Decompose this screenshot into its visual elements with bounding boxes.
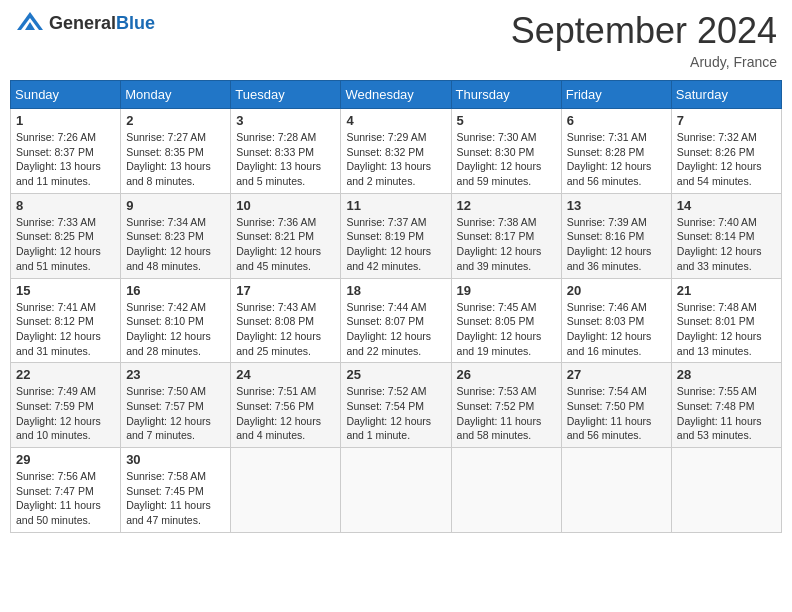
calendar-cell: 14 Sunrise: 7:40 AM Sunset: 8:14 PM Dayl… <box>671 193 781 278</box>
calendar-cell: 8 Sunrise: 7:33 AM Sunset: 8:25 PM Dayli… <box>11 193 121 278</box>
calendar-cell: 3 Sunrise: 7:28 AM Sunset: 8:33 PM Dayli… <box>231 109 341 194</box>
calendar-cell: 28 Sunrise: 7:55 AM Sunset: 7:48 PM Dayl… <box>671 363 781 448</box>
day-info: Sunrise: 7:55 AM Sunset: 7:48 PM Dayligh… <box>677 384 776 443</box>
calendar-cell: 24 Sunrise: 7:51 AM Sunset: 7:56 PM Dayl… <box>231 363 341 448</box>
day-number: 27 <box>567 367 666 382</box>
day-number: 20 <box>567 283 666 298</box>
weekday-header-thursday: Thursday <box>451 81 561 109</box>
weekday-header-wednesday: Wednesday <box>341 81 451 109</box>
day-info: Sunrise: 7:26 AM Sunset: 8:37 PM Dayligh… <box>16 130 115 189</box>
calendar-cell: 13 Sunrise: 7:39 AM Sunset: 8:16 PM Dayl… <box>561 193 671 278</box>
day-number: 17 <box>236 283 335 298</box>
calendar-cell: 7 Sunrise: 7:32 AM Sunset: 8:26 PM Dayli… <box>671 109 781 194</box>
day-number: 12 <box>457 198 556 213</box>
calendar-cell: 20 Sunrise: 7:46 AM Sunset: 8:03 PM Dayl… <box>561 278 671 363</box>
month-title: September 2024 <box>511 10 777 52</box>
logo-general-text: General <box>49 13 116 33</box>
day-info: Sunrise: 7:51 AM Sunset: 7:56 PM Dayligh… <box>236 384 335 443</box>
weekday-header-tuesday: Tuesday <box>231 81 341 109</box>
location: Arudy, France <box>511 54 777 70</box>
day-number: 23 <box>126 367 225 382</box>
day-info: Sunrise: 7:58 AM Sunset: 7:45 PM Dayligh… <box>126 469 225 528</box>
page-header: GeneralBlue September 2024 Arudy, France <box>10 10 782 70</box>
calendar-cell: 18 Sunrise: 7:44 AM Sunset: 8:07 PM Dayl… <box>341 278 451 363</box>
day-info: Sunrise: 7:37 AM Sunset: 8:19 PM Dayligh… <box>346 215 445 274</box>
day-number: 30 <box>126 452 225 467</box>
day-number: 29 <box>16 452 115 467</box>
day-number: 5 <box>457 113 556 128</box>
day-info: Sunrise: 7:52 AM Sunset: 7:54 PM Dayligh… <box>346 384 445 443</box>
day-number: 1 <box>16 113 115 128</box>
day-info: Sunrise: 7:29 AM Sunset: 8:32 PM Dayligh… <box>346 130 445 189</box>
calendar-cell: 10 Sunrise: 7:36 AM Sunset: 8:21 PM Dayl… <box>231 193 341 278</box>
day-number: 19 <box>457 283 556 298</box>
day-number: 9 <box>126 198 225 213</box>
logo-blue-text: Blue <box>116 13 155 33</box>
day-number: 6 <box>567 113 666 128</box>
calendar-week-3: 15 Sunrise: 7:41 AM Sunset: 8:12 PM Dayl… <box>11 278 782 363</box>
calendar-cell: 23 Sunrise: 7:50 AM Sunset: 7:57 PM Dayl… <box>121 363 231 448</box>
weekday-header-friday: Friday <box>561 81 671 109</box>
day-info: Sunrise: 7:31 AM Sunset: 8:28 PM Dayligh… <box>567 130 666 189</box>
day-number: 16 <box>126 283 225 298</box>
day-info: Sunrise: 7:53 AM Sunset: 7:52 PM Dayligh… <box>457 384 556 443</box>
day-info: Sunrise: 7:49 AM Sunset: 7:59 PM Dayligh… <box>16 384 115 443</box>
calendar-week-4: 22 Sunrise: 7:49 AM Sunset: 7:59 PM Dayl… <box>11 363 782 448</box>
calendar-week-1: 1 Sunrise: 7:26 AM Sunset: 8:37 PM Dayli… <box>11 109 782 194</box>
day-number: 15 <box>16 283 115 298</box>
day-number: 8 <box>16 198 115 213</box>
calendar-cell: 19 Sunrise: 7:45 AM Sunset: 8:05 PM Dayl… <box>451 278 561 363</box>
calendar-cell <box>231 448 341 533</box>
calendar-week-5: 29 Sunrise: 7:56 AM Sunset: 7:47 PM Dayl… <box>11 448 782 533</box>
day-info: Sunrise: 7:42 AM Sunset: 8:10 PM Dayligh… <box>126 300 225 359</box>
day-info: Sunrise: 7:28 AM Sunset: 8:33 PM Dayligh… <box>236 130 335 189</box>
calendar-cell: 25 Sunrise: 7:52 AM Sunset: 7:54 PM Dayl… <box>341 363 451 448</box>
calendar-cell <box>561 448 671 533</box>
title-block: September 2024 Arudy, France <box>511 10 777 70</box>
calendar-cell <box>451 448 561 533</box>
day-number: 2 <box>126 113 225 128</box>
weekday-header-row: SundayMondayTuesdayWednesdayThursdayFrid… <box>11 81 782 109</box>
calendar-cell <box>671 448 781 533</box>
day-info: Sunrise: 7:34 AM Sunset: 8:23 PM Dayligh… <box>126 215 225 274</box>
day-number: 4 <box>346 113 445 128</box>
day-info: Sunrise: 7:38 AM Sunset: 8:17 PM Dayligh… <box>457 215 556 274</box>
day-info: Sunrise: 7:33 AM Sunset: 8:25 PM Dayligh… <box>16 215 115 274</box>
calendar-cell: 6 Sunrise: 7:31 AM Sunset: 8:28 PM Dayli… <box>561 109 671 194</box>
day-info: Sunrise: 7:45 AM Sunset: 8:05 PM Dayligh… <box>457 300 556 359</box>
calendar-cell: 11 Sunrise: 7:37 AM Sunset: 8:19 PM Dayl… <box>341 193 451 278</box>
day-info: Sunrise: 7:36 AM Sunset: 8:21 PM Dayligh… <box>236 215 335 274</box>
calendar-week-2: 8 Sunrise: 7:33 AM Sunset: 8:25 PM Dayli… <box>11 193 782 278</box>
calendar-cell: 22 Sunrise: 7:49 AM Sunset: 7:59 PM Dayl… <box>11 363 121 448</box>
day-number: 26 <box>457 367 556 382</box>
calendar-cell: 5 Sunrise: 7:30 AM Sunset: 8:30 PM Dayli… <box>451 109 561 194</box>
day-number: 22 <box>16 367 115 382</box>
day-info: Sunrise: 7:43 AM Sunset: 8:08 PM Dayligh… <box>236 300 335 359</box>
day-number: 21 <box>677 283 776 298</box>
weekday-header-saturday: Saturday <box>671 81 781 109</box>
calendar-cell: 27 Sunrise: 7:54 AM Sunset: 7:50 PM Dayl… <box>561 363 671 448</box>
calendar-cell: 29 Sunrise: 7:56 AM Sunset: 7:47 PM Dayl… <box>11 448 121 533</box>
calendar-cell: 2 Sunrise: 7:27 AM Sunset: 8:35 PM Dayli… <box>121 109 231 194</box>
calendar-cell: 17 Sunrise: 7:43 AM Sunset: 8:08 PM Dayl… <box>231 278 341 363</box>
day-number: 10 <box>236 198 335 213</box>
day-info: Sunrise: 7:30 AM Sunset: 8:30 PM Dayligh… <box>457 130 556 189</box>
calendar-cell: 12 Sunrise: 7:38 AM Sunset: 8:17 PM Dayl… <box>451 193 561 278</box>
day-info: Sunrise: 7:39 AM Sunset: 8:16 PM Dayligh… <box>567 215 666 274</box>
day-number: 7 <box>677 113 776 128</box>
calendar-cell: 4 Sunrise: 7:29 AM Sunset: 8:32 PM Dayli… <box>341 109 451 194</box>
day-info: Sunrise: 7:27 AM Sunset: 8:35 PM Dayligh… <box>126 130 225 189</box>
day-info: Sunrise: 7:48 AM Sunset: 8:01 PM Dayligh… <box>677 300 776 359</box>
day-info: Sunrise: 7:32 AM Sunset: 8:26 PM Dayligh… <box>677 130 776 189</box>
calendar-table: SundayMondayTuesdayWednesdayThursdayFrid… <box>10 80 782 533</box>
day-info: Sunrise: 7:44 AM Sunset: 8:07 PM Dayligh… <box>346 300 445 359</box>
day-number: 13 <box>567 198 666 213</box>
day-info: Sunrise: 7:50 AM Sunset: 7:57 PM Dayligh… <box>126 384 225 443</box>
day-number: 11 <box>346 198 445 213</box>
day-info: Sunrise: 7:46 AM Sunset: 8:03 PM Dayligh… <box>567 300 666 359</box>
calendar-cell: 15 Sunrise: 7:41 AM Sunset: 8:12 PM Dayl… <box>11 278 121 363</box>
day-info: Sunrise: 7:54 AM Sunset: 7:50 PM Dayligh… <box>567 384 666 443</box>
day-number: 3 <box>236 113 335 128</box>
day-info: Sunrise: 7:40 AM Sunset: 8:14 PM Dayligh… <box>677 215 776 274</box>
calendar-cell: 26 Sunrise: 7:53 AM Sunset: 7:52 PM Dayl… <box>451 363 561 448</box>
